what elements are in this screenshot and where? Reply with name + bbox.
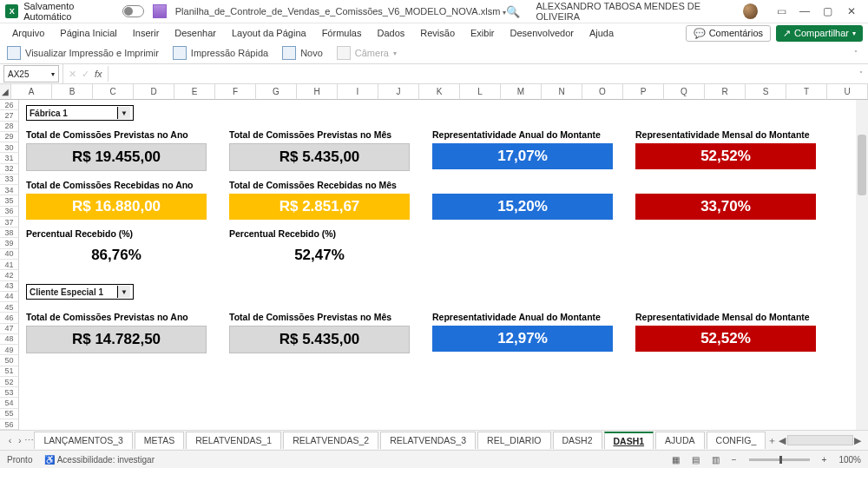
view-pagebreak-icon[interactable]: ▥ (712, 455, 720, 465)
menu-ajuda[interactable]: Ajuda (582, 25, 621, 41)
row-header[interactable]: 44 (0, 292, 19, 302)
menu-arquivo[interactable]: Arquivo (5, 25, 51, 41)
horizontal-scrollbar[interactable] (787, 435, 853, 445)
row-header[interactable]: 56 (0, 419, 19, 430)
collapse-ribbon-icon[interactable]: ˅ (854, 49, 858, 57)
worksheet[interactable]: 2627282930313233343536373839404142434445… (0, 100, 868, 430)
row-header[interactable]: 26 (0, 100, 19, 110)
new-sheet-button[interactable]: ＋ (767, 434, 777, 447)
row-header[interactable]: 53 (0, 387, 19, 398)
sheet-tab-metas[interactable]: METAS (135, 432, 184, 449)
enter-formula-icon[interactable]: ✓ (82, 69, 89, 80)
comments-button[interactable]: 💬 Comentários (686, 25, 771, 42)
ribbon-mode-icon[interactable]: ▭ (770, 5, 793, 17)
client-dropdown[interactable]: Cliente Especial 1 ▼ (26, 284, 134, 300)
row-header[interactable]: 45 (0, 302, 19, 313)
zoom-in-button[interactable]: + (822, 455, 827, 465)
column-header[interactable]: R (705, 84, 746, 100)
row-header[interactable]: 29 (0, 132, 19, 142)
filename[interactable]: Planilha_de_Controle_de_Vendas_e_Comissõ… (175, 6, 507, 16)
hscroll-left[interactable]: ◀ (777, 435, 786, 446)
row-header[interactable]: 34 (0, 185, 19, 195)
menu-f-rmulas[interactable]: Fórmulas (315, 25, 369, 41)
row-header[interactable]: 33 (0, 175, 19, 185)
select-all-triangle[interactable]: ◢ (0, 84, 11, 100)
menu-dados[interactable]: Dados (370, 25, 411, 41)
sheet-tab-relatvendas_2[interactable]: RELATVENDAS_2 (283, 432, 378, 449)
row-header[interactable]: 27 (0, 110, 19, 121)
hscroll-right[interactable]: ▶ (853, 435, 863, 446)
column-header[interactable]: H (297, 84, 338, 100)
menu-exibir[interactable]: Exibir (464, 25, 502, 41)
row-header[interactable]: 51 (0, 366, 19, 377)
maximize-button[interactable]: ▢ (816, 5, 839, 17)
autosave-toggle[interactable]: Salvamento Automático (23, 1, 144, 22)
row-header[interactable]: 30 (0, 142, 19, 153)
menu-desenvolvedor[interactable]: Desenvolvedor (503, 25, 581, 41)
column-header[interactable]: M (501, 84, 542, 100)
column-header[interactable]: L (460, 84, 501, 100)
quick-print-button[interactable]: Impressão Rápida (173, 46, 268, 60)
row-header[interactable]: 31 (0, 153, 19, 163)
tab-list-menu[interactable]: ⋯ (24, 435, 34, 446)
row-header[interactable]: 48 (0, 334, 19, 345)
print-preview-button[interactable]: Visualizar Impressão e Imprimir (7, 46, 159, 60)
row-header[interactable]: 43 (0, 281, 19, 292)
column-header[interactable]: P (623, 84, 664, 100)
row-header[interactable]: 35 (0, 195, 19, 206)
sheet-tab-rel_diario[interactable]: REL_DIARIO (477, 432, 550, 449)
sheet-tab-relatvendas_1[interactable]: RELATVENDAS_1 (186, 432, 281, 449)
column-header[interactable]: B (52, 84, 93, 100)
row-header[interactable]: 38 (0, 228, 19, 238)
row-header[interactable]: 54 (0, 398, 19, 408)
row-header[interactable]: 28 (0, 122, 19, 132)
view-layout-icon[interactable]: ▤ (692, 455, 700, 465)
sheet-tab-config_[interactable]: CONFIG_ (707, 432, 766, 449)
menu-revis-o[interactable]: Revisão (413, 25, 462, 41)
close-button[interactable]: ✕ (839, 5, 863, 17)
vertical-scrollbar[interactable] (856, 100, 868, 430)
sheet-canvas[interactable]: Fábrica 1 ▼ Total de Comissões Previstas… (19, 100, 868, 430)
sheet-tab-relatvendas_3[interactable]: RELATVENDAS_3 (380, 432, 476, 449)
column-header[interactable]: E (174, 84, 215, 100)
column-header[interactable]: C (93, 84, 134, 100)
row-header[interactable]: 55 (0, 409, 19, 419)
sheet-tab-dash2[interactable]: DASH2 (553, 432, 602, 449)
sheet-tab-lançamentos_3[interactable]: LANÇAMENTOS_3 (34, 432, 132, 449)
search-icon[interactable]: 🔍 (506, 5, 520, 18)
zoom-level[interactable]: 100% (838, 455, 861, 465)
menu-p-gina-inicial[interactable]: Página Inicial (53, 25, 123, 41)
name-box[interactable]: AX25▾ (3, 65, 59, 82)
fx-icon[interactable]: fx (95, 69, 102, 79)
account[interactable]: ALEXSANDRO TABOSA MENDES DE OLIVEIRA (536, 1, 758, 22)
zoom-out-button[interactable]: − (732, 455, 737, 465)
tab-scroll-left[interactable]: ‹ (5, 435, 15, 445)
sheet-tab-dash1[interactable]: DASH1 (604, 432, 654, 449)
column-header[interactable]: O (582, 84, 623, 100)
row-header[interactable]: 40 (0, 249, 19, 260)
column-header[interactable]: A (11, 84, 52, 100)
cancel-formula-icon[interactable]: ✕ (69, 69, 76, 80)
row-header[interactable]: 50 (0, 355, 19, 366)
column-header[interactable]: I (338, 84, 378, 100)
share-button[interactable]: ↗ Compartilhar ▾ (776, 25, 863, 42)
column-header[interactable]: G (256, 84, 297, 100)
row-header[interactable]: 39 (0, 238, 19, 248)
toggle-off-icon[interactable] (122, 5, 144, 17)
column-header[interactable]: K (419, 84, 460, 100)
column-header[interactable]: Q (664, 84, 705, 100)
menu-inserir[interactable]: Inserir (126, 25, 167, 41)
tab-scroll-right[interactable]: › (15, 435, 24, 445)
column-header[interactable]: S (746, 84, 786, 100)
row-header[interactable]: 46 (0, 313, 19, 323)
column-header[interactable]: U (827, 84, 868, 100)
row-header[interactable]: 47 (0, 324, 19, 334)
row-header[interactable]: 37 (0, 217, 19, 228)
column-header[interactable]: N (542, 84, 582, 100)
menu-desenhar[interactable]: Desenhar (168, 25, 223, 41)
row-header[interactable]: 36 (0, 207, 19, 217)
column-header[interactable]: T (786, 84, 827, 100)
row-header[interactable]: 52 (0, 377, 19, 387)
menu-layout-da-p-gina[interactable]: Layout da Página (225, 25, 313, 41)
formula-input[interactable] (108, 66, 854, 82)
